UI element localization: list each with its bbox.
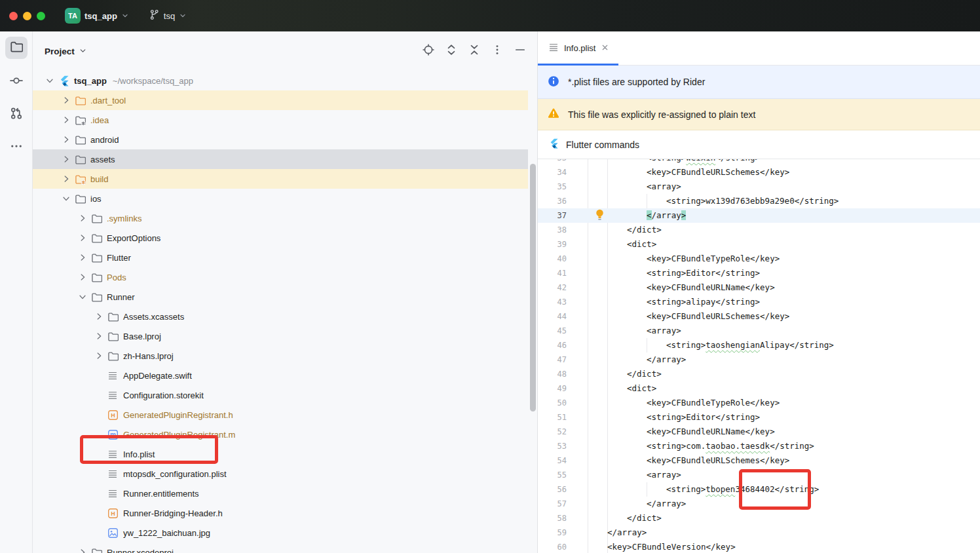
chevron-right-icon[interactable] xyxy=(75,233,90,242)
tree-item-build[interactable]: build xyxy=(33,169,528,189)
code-line-33[interactable]: 33<string>weixin</string> xyxy=(538,159,980,165)
code-line-45[interactable]: 45<array> xyxy=(538,324,980,338)
tree-scrollbar[interactable] xyxy=(530,164,536,411)
code-line-55[interactable]: 55<array> xyxy=(538,468,980,482)
tree-item--symlinks[interactable]: .symlinks xyxy=(33,208,528,228)
line-number[interactable]: 50 xyxy=(538,396,567,410)
line-number[interactable]: 47 xyxy=(538,353,567,367)
chevron-right-icon[interactable] xyxy=(91,332,107,341)
code-area[interactable]: 33<string>weixin</string>34<key>CFBundle… xyxy=(538,159,980,553)
tree-item-base-lproj[interactable]: Base.lproj xyxy=(33,326,528,346)
tree-item-appdelegate-swift[interactable]: AppDelegate.swift xyxy=(33,366,528,385)
line-number[interactable]: 53 xyxy=(538,439,567,453)
tree-item-tsq-app[interactable]: tsq_app~/workspace/tsq_app xyxy=(33,71,528,90)
code-line-50[interactable]: 50<key>CFBundleTypeRole</key> xyxy=(538,396,980,410)
minimize-window-button[interactable] xyxy=(23,12,31,20)
tree-item-runner-bridging-header-h[interactable]: HRunner-Bridging-Header.h xyxy=(33,503,528,523)
stripe-button-commit[interactable] xyxy=(5,71,28,93)
tree-item--idea[interactable]: .idea xyxy=(33,110,528,130)
line-number[interactable]: 49 xyxy=(538,381,567,396)
chevron-right-icon[interactable] xyxy=(75,273,90,282)
line-number[interactable]: 33 xyxy=(538,159,567,165)
code-line-54[interactable]: 54<key>CFBundleURLSchemes</key> xyxy=(538,453,980,468)
line-number[interactable]: 39 xyxy=(538,237,567,252)
chevron-right-icon[interactable] xyxy=(58,174,74,183)
tree-item-assets-xcassets[interactable]: Assets.xcassets xyxy=(33,307,528,326)
tree-item-configuration-storekit[interactable]: Configuration.storekit xyxy=(33,385,528,405)
expand-all-button[interactable] xyxy=(445,45,458,58)
line-number[interactable]: 35 xyxy=(538,180,567,194)
tree-item-zh-hans-lproj[interactable]: zh-Hans.lproj xyxy=(33,346,528,366)
project-widget[interactable]: TA tsq_app xyxy=(61,5,133,26)
chevron-down-icon[interactable] xyxy=(79,46,87,58)
code-line-37[interactable]: 37</array> xyxy=(538,208,980,223)
locate-button[interactable] xyxy=(422,45,435,58)
chevron-right-icon[interactable] xyxy=(91,312,107,321)
line-number[interactable]: 34 xyxy=(538,165,567,180)
chevron-down-icon[interactable] xyxy=(75,292,90,301)
code-line-41[interactable]: 41<string>Editor</string> xyxy=(538,266,980,280)
line-number[interactable]: 59 xyxy=(538,525,567,540)
chevron-right-icon[interactable] xyxy=(75,548,90,553)
line-number[interactable]: 58 xyxy=(538,511,567,525)
chevron-right-icon[interactable] xyxy=(75,214,90,223)
branch-widget[interactable]: tsq xyxy=(145,7,191,26)
line-number[interactable]: 43 xyxy=(538,295,567,309)
code-line-57[interactable]: 57</array> xyxy=(538,497,980,511)
code-line-38[interactable]: 38</dict> xyxy=(538,223,980,237)
code-line-46[interactable]: 46<string>taoshengianAlipay</string> xyxy=(538,338,980,353)
collapse-all-button[interactable] xyxy=(468,45,481,58)
options-button[interactable] xyxy=(491,45,504,58)
line-number[interactable]: 36 xyxy=(538,194,567,208)
tree-item-assets[interactable]: assets xyxy=(33,149,528,169)
code-line-49[interactable]: 49<dict> xyxy=(538,381,980,396)
code-line-59[interactable]: 59</array> xyxy=(538,525,980,540)
line-number[interactable]: 55 xyxy=(538,468,567,482)
line-number[interactable]: 38 xyxy=(538,223,567,237)
line-number[interactable]: 37 xyxy=(538,208,567,223)
close-window-button[interactable] xyxy=(9,12,18,20)
code-line-56[interactable]: 56<string>tbopen34684402</string> xyxy=(538,482,980,497)
chevron-right-icon[interactable] xyxy=(58,96,74,105)
code-line-48[interactable]: 48</dict> xyxy=(538,367,980,381)
code-line-58[interactable]: 58</dict> xyxy=(538,511,980,525)
line-number[interactable]: 44 xyxy=(538,309,567,324)
line-number[interactable]: 46 xyxy=(538,338,567,353)
line-number[interactable]: 41 xyxy=(538,266,567,280)
code-line-34[interactable]: 34<key>CFBundleURLSchemes</key> xyxy=(538,165,980,180)
line-number[interactable]: 40 xyxy=(538,252,567,266)
chevron-right-icon[interactable] xyxy=(58,115,74,124)
line-number[interactable]: 57 xyxy=(538,497,567,511)
tree-item-runner[interactable]: Runner xyxy=(33,287,528,307)
tree-item-ios[interactable]: ios xyxy=(33,189,528,208)
tab-info-plist[interactable]: Info.plist xyxy=(538,31,618,65)
tree-item-runner-xcodeproj[interactable]: Runner.xcodeproj xyxy=(33,543,528,553)
project-panel-title[interactable]: Project xyxy=(45,47,75,56)
line-number[interactable]: 56 xyxy=(538,482,567,497)
chevron-right-icon[interactable] xyxy=(75,253,90,262)
code-line-39[interactable]: 39<dict> xyxy=(538,237,980,252)
code-line-35[interactable]: 35<array> xyxy=(538,180,980,194)
close-tab-icon[interactable] xyxy=(601,43,609,54)
tree-item-exportoptions[interactable]: ExportOptions xyxy=(33,228,528,248)
tree-item-mtopsdk-configuration-plist[interactable]: mtopsdk_configuration.plist xyxy=(33,464,528,484)
stripe-button-more[interactable] xyxy=(5,136,28,159)
code-line-52[interactable]: 52<key>CFBundleURLName</key> xyxy=(538,425,980,439)
chevron-down-icon[interactable] xyxy=(58,194,74,203)
code-line-40[interactable]: 40<key>CFBundleTypeRole</key> xyxy=(538,252,980,266)
tree-item-android[interactable]: android xyxy=(33,130,528,149)
chevron-right-icon[interactable] xyxy=(91,351,107,360)
tree-item-flutter[interactable]: Flutter xyxy=(33,248,528,267)
chevron-right-icon[interactable] xyxy=(58,155,74,164)
line-number[interactable]: 60 xyxy=(538,540,567,553)
tree-item-pods[interactable]: Pods xyxy=(33,267,528,287)
tree-item-generatedpluginregistrant-h[interactable]: HGeneratedPluginRegistrant.h xyxy=(33,405,528,425)
code-line-43[interactable]: 43<string>alipay</string> xyxy=(538,295,980,309)
stripe-button-project[interactable] xyxy=(5,37,28,59)
code-line-47[interactable]: 47</array> xyxy=(538,353,980,367)
tree-item-generatedpluginregistrant-m[interactable]: mGeneratedPluginRegistrant.m xyxy=(33,425,528,444)
tree-item-info-plist[interactable]: Info.plist xyxy=(33,444,528,464)
line-number[interactable]: 52 xyxy=(538,425,567,439)
tree-item-runner-entitlements[interactable]: Runner.entitlements xyxy=(33,484,528,503)
hide-button[interactable] xyxy=(514,45,527,58)
